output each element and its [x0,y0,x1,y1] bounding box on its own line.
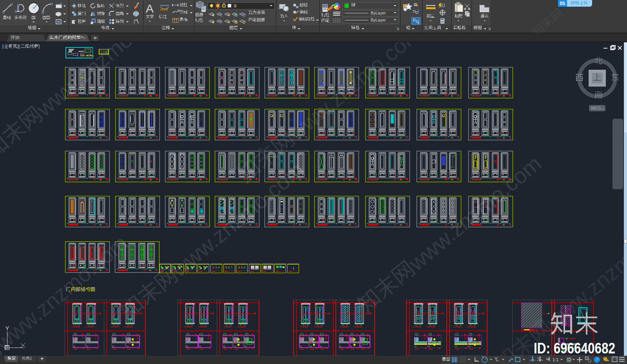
svg-text:7: 7 [474,155,477,160]
svg-text:A: A [146,2,154,15]
svg-text:ByLayer: ByLayer [371,11,386,15]
svg-text:0: 0 [244,266,245,269]
svg-text:0: 0 [234,4,236,8]
svg-text:5: 5 [225,266,227,269]
svg-text:*: * [81,36,83,40]
svg-text:05: 05 [560,1,565,6]
svg-text:1:1: 1:1 [553,357,558,362]
svg-text:][: ][ [18,44,20,49]
svg-text:7: 7 [231,266,232,269]
svg-text:!: ! [607,359,607,362]
svg-text:ByLayer: ByLayer [371,18,386,22]
svg-text:1: 1 [30,356,32,360]
svg-text:[-][: [-][ [2,44,8,49]
svg-text:1: 1 [293,266,295,270]
svg-text:]: ] [38,44,40,49]
svg-text:7: 7 [484,155,487,160]
svg-text:3: 3 [216,266,217,269]
svg-text:9: 9 [241,266,243,269]
svg-text:6: 6 [228,266,230,269]
svg-text:WCS: WCS [591,106,601,110]
svg-text:ID: 696640682: ID: 696640682 [534,340,615,357]
svg-text:2: 2 [213,266,214,269]
svg-text:4: 4 [218,266,220,269]
svg-text:Y: Y [5,325,9,331]
svg-text:8: 8 [238,266,240,269]
